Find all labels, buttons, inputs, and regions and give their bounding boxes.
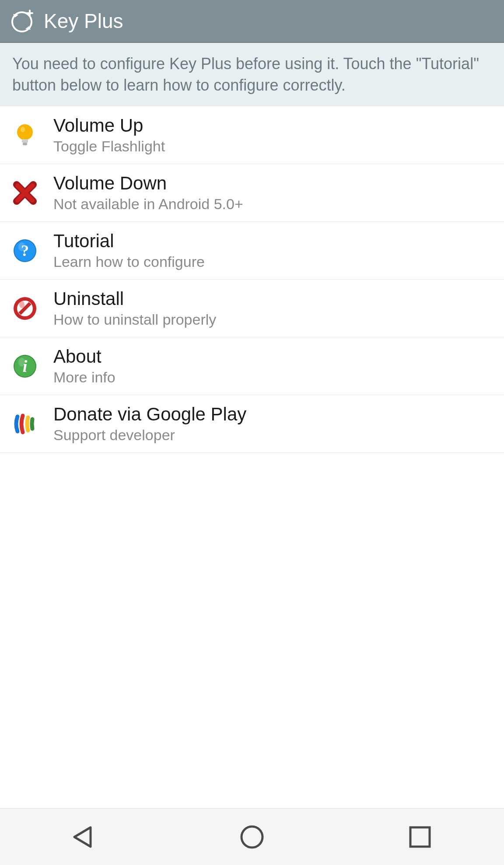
home-button[interactable] <box>234 819 270 854</box>
list-item-volume-down[interactable]: Volume Down Not available in Android 5.0… <box>0 164 504 222</box>
list-item-subtitle: Toggle Flashlight <box>53 138 165 155</box>
list-item-about[interactable]: i About More info <box>0 337 504 395</box>
list-item-title: About <box>53 346 116 367</box>
list-content: Donate via Google Play Support developer <box>53 404 246 444</box>
sync-plus-icon <box>10 9 35 33</box>
settings-list: Volume Up Toggle Flashlight Volume Down … <box>0 106 504 808</box>
app-header: Key Plus <box>0 0 504 43</box>
svg-point-2 <box>21 127 25 132</box>
svg-point-1 <box>17 124 33 140</box>
svg-text:i: i <box>23 357 28 375</box>
back-button[interactable] <box>66 819 102 854</box>
info-green-icon: i <box>12 354 38 379</box>
list-item-title: Uninstall <box>53 288 216 309</box>
list-content: Uninstall How to uninstall properly <box>53 288 216 328</box>
svg-text:?: ? <box>21 242 29 259</box>
svg-rect-18 <box>410 827 430 847</box>
prohibit-red-icon <box>12 296 38 321</box>
list-content: Volume Up Toggle Flashlight <box>53 115 165 155</box>
circle-home-icon <box>234 819 270 854</box>
app-title: Key Plus <box>44 9 123 33</box>
list-item-subtitle: Learn how to configure <box>53 253 205 270</box>
list-item-donate[interactable]: Donate via Google Play Support developer <box>0 395 504 453</box>
svg-rect-3 <box>22 139 28 143</box>
lightbulb-icon <box>12 123 38 148</box>
list-content: Volume Down Not available in Android 5.0… <box>53 173 243 213</box>
list-item-uninstall[interactable]: Uninstall How to uninstall properly <box>0 280 504 337</box>
list-item-subtitle: More info <box>53 369 116 386</box>
help-blue-icon: ? <box>12 238 38 263</box>
list-item-tutorial[interactable]: ? Tutorial Learn how to configure <box>0 222 504 280</box>
list-item-title: Volume Down <box>53 173 243 194</box>
list-item-title: Volume Up <box>53 115 165 136</box>
list-item-subtitle: Support developer <box>53 427 246 444</box>
square-recents-icon <box>402 819 438 854</box>
info-banner: You need to configure Key Plus before us… <box>0 43 504 106</box>
x-red-icon <box>12 180 38 206</box>
navigation-bar <box>0 808 504 865</box>
list-content: Tutorial Learn how to configure <box>53 231 205 270</box>
svg-point-12 <box>19 301 24 308</box>
list-item-title: Tutorial <box>53 231 205 252</box>
list-item-subtitle: How to uninstall properly <box>53 311 216 328</box>
recent-apps-button[interactable] <box>402 819 438 854</box>
list-item-subtitle: Not available in Android 5.0+ <box>53 196 243 213</box>
list-item-title: Donate via Google Play <box>53 404 246 425</box>
list-content: About More info <box>53 346 116 386</box>
list-item-volume-up[interactable]: Volume Up Toggle Flashlight <box>0 106 504 164</box>
wallet-icon <box>12 411 38 437</box>
svg-rect-4 <box>23 143 27 145</box>
svg-point-17 <box>242 826 262 847</box>
triangle-back-icon <box>66 819 102 854</box>
